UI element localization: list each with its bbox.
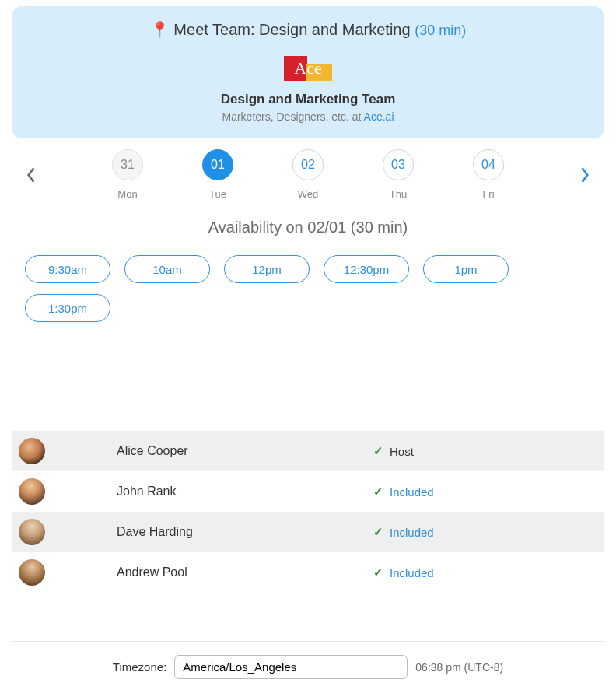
availability-heading: Availability on 02/01 (30 min)	[0, 219, 616, 236]
attendee-row: John Rank ✓ Included	[12, 471, 604, 512]
timeslot-1200[interactable]: 12pm	[224, 255, 310, 283]
timeslot-1000[interactable]: 10am	[124, 255, 210, 283]
day-wed[interactable]: 02 Wed	[292, 149, 324, 200]
meeting-title-text: Design and Marketing	[259, 21, 411, 38]
team-subtitle: Marketers, Designers, etc. at Ace.ai	[28, 110, 588, 123]
meeting-duration-value: 30 min	[419, 23, 461, 38]
day-label: Tue	[209, 188, 226, 200]
meeting-duration: (30 min)	[415, 23, 466, 38]
attendee-name: John Rank	[117, 485, 373, 499]
chevron-left-icon	[26, 166, 37, 184]
day-number: 31	[112, 149, 143, 180]
attendee-row: Andrew Pool ✓ Included	[12, 552, 604, 593]
meeting-header-card: 📍 Meet Team: Design and Marketing (30 mi…	[12, 6, 604, 138]
day-number: 03	[383, 149, 414, 180]
attendee-name: Alice Cooper	[117, 444, 373, 458]
attendee-name: Andrew Pool	[117, 565, 373, 579]
day-number: 01	[202, 149, 233, 180]
attendee-name: Dave Harding	[117, 525, 373, 539]
day-number: 04	[473, 149, 504, 180]
company-logo-text: Ace	[284, 58, 332, 81]
attendee-status: ✓ Included	[373, 525, 434, 539]
check-icon: ✓	[373, 485, 383, 499]
day-tue[interactable]: 01 Tue	[202, 149, 233, 200]
timeslot-1300[interactable]: 1pm	[423, 255, 509, 283]
timezone-label: Timezone:	[113, 660, 166, 674]
timeslot-list: 9:30am 10am 12pm 12:30pm 1pm 1:30pm	[0, 236, 616, 322]
attendee-role: Included	[390, 566, 434, 579]
prev-week-button[interactable]	[22, 166, 40, 184]
day-fri[interactable]: 04 Fri	[473, 149, 504, 200]
avatar	[19, 519, 45, 545]
day-label: Wed	[298, 188, 319, 200]
avatar	[19, 478, 45, 505]
chevron-right-icon	[579, 166, 590, 184]
attendee-role: Included	[390, 526, 434, 539]
attendee-row: Dave Harding ✓ Included	[12, 512, 604, 552]
pin-icon: 📍	[150, 21, 170, 38]
attendee-status: ✓ Included	[373, 485, 434, 499]
check-icon: ✓	[373, 444, 383, 458]
timezone-input[interactable]	[174, 655, 408, 679]
date-picker: 31 Mon 01 Tue 02 Wed 03 Thu 04 Fri	[0, 138, 616, 200]
timeslot-1330[interactable]: 1:30pm	[25, 294, 110, 322]
attendee-role: Host	[390, 445, 414, 458]
day-label: Fri	[482, 188, 494, 200]
team-name: Design and Marketing Team	[28, 92, 588, 107]
team-sub-prefix: Marketers, Designers, etc. at	[222, 110, 364, 123]
avatar	[19, 438, 45, 464]
meeting-title: 📍 Meet Team: Design and Marketing (30 mi…	[28, 20, 588, 39]
check-icon: ✓	[373, 525, 383, 539]
day-label: Mon	[117, 188, 137, 200]
timeslot-1230[interactable]: 12:30pm	[324, 255, 409, 283]
timezone-time: 06:38 pm (UTC-8)	[415, 661, 503, 674]
timeslot-0930[interactable]: 9:30am	[25, 255, 110, 283]
timezone-bar: Timezone: 06:38 pm (UTC-8)	[12, 641, 604, 679]
day-thu[interactable]: 03 Thu	[383, 149, 414, 200]
day-label: Thu	[390, 188, 407, 200]
attendee-status: ✓ Host	[373, 444, 414, 458]
next-week-button[interactable]	[576, 166, 594, 184]
attendee-row: Alice Cooper ✓ Host	[12, 431, 604, 471]
day-number: 02	[292, 149, 324, 180]
team-link[interactable]: Ace.ai	[364, 110, 394, 123]
attendee-status: ✓ Included	[373, 565, 434, 579]
meeting-title-prefix: Meet Team:	[173, 21, 259, 38]
check-icon: ✓	[373, 565, 383, 579]
attendees-list: Alice Cooper ✓ Host John Rank ✓ Included…	[0, 431, 616, 593]
day-mon[interactable]: 31 Mon	[112, 149, 143, 200]
attendee-role: Included	[390, 485, 434, 499]
day-list: 31 Mon 01 Tue 02 Wed 03 Thu 04 Fri	[82, 149, 534, 200]
company-logo: Ace	[284, 56, 332, 81]
avatar	[19, 559, 45, 586]
